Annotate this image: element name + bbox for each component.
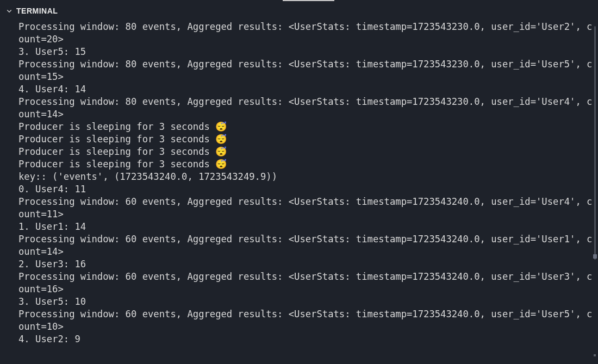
terminal-panel-header[interactable]: TERMINAL bbox=[0, 2, 598, 21]
resize-handle[interactable] bbox=[594, 354, 596, 356]
terminal-line: Processing window: 60 events, Aggreged r… bbox=[18, 234, 592, 257]
terminal-output[interactable]: Processing window: 80 events, Aggreged r… bbox=[0, 21, 598, 346]
terminal-line: Processing window: 80 events, Aggreged r… bbox=[18, 21, 592, 45]
scrollbar-track[interactable] bbox=[594, 26, 596, 260]
terminal-line: 4. User4: 14 bbox=[18, 84, 86, 95]
terminal-line: 1. User1: 14 bbox=[18, 221, 86, 232]
active-tab-indicator bbox=[283, 0, 334, 1]
chevron-down-icon[interactable] bbox=[5, 7, 13, 15]
terminal-line: 4. User2: 9 bbox=[18, 334, 80, 344]
terminal-line: 3. User5: 15 bbox=[18, 46, 86, 57]
terminal-line: Processing window: 60 events, Aggreged r… bbox=[18, 196, 592, 219]
terminal-line: 3. User5: 10 bbox=[18, 296, 86, 307]
terminal-line: Processing window: 80 events, Aggreged r… bbox=[18, 96, 592, 120]
terminal-line: Processing window: 80 events, Aggreged r… bbox=[18, 59, 592, 82]
terminal-line: Producer is sleeping for 3 seconds 😴 bbox=[18, 159, 227, 170]
terminal-line: 2. User3: 16 bbox=[18, 259, 86, 269]
terminal-line: Processing window: 60 events, Aggreged r… bbox=[18, 309, 592, 332]
terminal-line: key:: ('events', (1723543240.0, 17235432… bbox=[18, 171, 277, 182]
terminal-panel-title: TERMINAL bbox=[16, 7, 58, 15]
scrollbar-thumb[interactable] bbox=[593, 254, 597, 259]
terminal-line: Producer is sleeping for 3 seconds 😴 bbox=[18, 146, 227, 157]
terminal-line: Producer is sleeping for 3 seconds 😴 bbox=[18, 134, 227, 145]
terminal-line: 0. User4: 11 bbox=[18, 184, 86, 194]
top-accent-bar bbox=[0, 0, 598, 2]
terminal-line: Processing window: 60 events, Aggreged r… bbox=[18, 271, 592, 294]
terminal-line: Producer is sleeping for 3 seconds 😴 bbox=[18, 121, 227, 132]
